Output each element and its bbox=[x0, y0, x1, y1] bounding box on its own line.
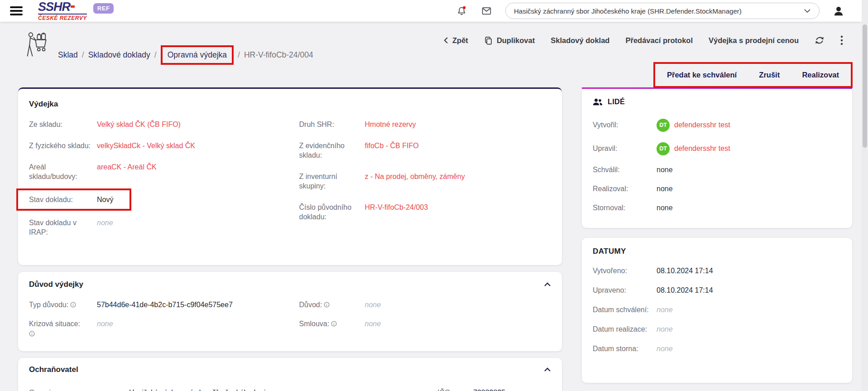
vydejka-fields-left: Ze skladu: Velký sklad ČK (ČB FIFO) Z fy… bbox=[29, 120, 281, 249]
realize-button[interactable]: Realizovat bbox=[802, 71, 839, 79]
duvod-card-title: Důvod výdejky bbox=[29, 280, 83, 289]
datumy-card: DATUMY Vytvořeno: 08.10.2024 17:14 Uprav… bbox=[582, 238, 852, 383]
field-krizova-situace: Krizová situace: none bbox=[29, 319, 281, 339]
breadcrumb-item-document-number: HR-V-fifoCb-24/004 bbox=[244, 50, 313, 60]
schvalil-value: none bbox=[657, 166, 673, 174]
lide-card-title: LIDÉ bbox=[608, 98, 625, 106]
info-icon[interactable] bbox=[331, 319, 337, 329]
field-druh-shr: Druh SHR: Hmotné rezervy bbox=[299, 120, 551, 129]
field-stav-dokladu: Stav dokladu: Nový bbox=[29, 193, 281, 206]
user-initials-avatar: DT bbox=[657, 142, 670, 155]
field-ze-skladu: Ze skladu: Velký sklad ČK (ČB FIFO) bbox=[29, 120, 281, 129]
ze-skladu-link[interactable]: Velký sklad ČK (ČB FIFO) bbox=[97, 120, 181, 129]
field-datum-storna: Datum storna: none bbox=[593, 344, 841, 353]
puvodni-doklad-link[interactable]: HR-V-fifoCb-24/003 bbox=[365, 203, 428, 222]
collapse-icon[interactable] bbox=[544, 367, 551, 372]
field-areal-skladu: Areál skladu/budovy: areaCK - Areál ČK bbox=[29, 162, 281, 181]
field-datum-realizace: Datum realizace: none bbox=[593, 324, 841, 334]
logo-red-dash bbox=[71, 5, 75, 8]
organizace-value: Hasičský záchranný sbor Jihočeského kraj… bbox=[129, 388, 437, 391]
datumy-card-title: DATUMY bbox=[593, 247, 841, 256]
organization-selector-value: Hasičský záchranný sbor Jihočeského kraj… bbox=[514, 7, 742, 15]
page: SSHR ČESKÉ REZERVY REF Hasičský záchrann… bbox=[0, 0, 868, 391]
handover-protocol-button[interactable]: Předávací protokol bbox=[625, 36, 693, 45]
vertical-scrollbar[interactable] bbox=[862, 0, 868, 391]
field-z-fyzickeho-skladu: Z fyzického skladu: velkySkladCk - Velký… bbox=[29, 141, 281, 150]
field-schvalil: Schválil: none bbox=[593, 163, 841, 177]
notification-dot bbox=[463, 6, 465, 9]
environment-badge: REF bbox=[93, 3, 114, 14]
duvod-value: none bbox=[365, 300, 381, 310]
collapse-icon[interactable] bbox=[544, 282, 551, 287]
user-initials-avatar: DT bbox=[657, 119, 670, 132]
datum-storna-value: none bbox=[657, 344, 673, 353]
field-vytvoreno: Vytvořeno: 08.10.2024 17:14 bbox=[593, 266, 841, 275]
field-typ-duvodu: Typ důvodu: 57b44d6e-41de-4b2c-b715-c9f0… bbox=[29, 300, 281, 310]
field-upravil: Upravil: DT defendersshr test bbox=[593, 140, 841, 158]
vytvoreno-value: 08.10.2024 17:14 bbox=[657, 266, 713, 275]
breadcrumb-separator: / bbox=[154, 50, 157, 60]
scrollbar-thumb[interactable] bbox=[863, 24, 867, 148]
cancel-document-button[interactable]: Zrušit bbox=[759, 71, 780, 79]
typ-duvodu-value: 57b44d6e-41de-4b2c-b715-c9f04e575ee7 bbox=[97, 300, 233, 310]
notifications-icon[interactable] bbox=[456, 5, 467, 17]
breadcrumb-item-skladove-doklady[interactable]: Skladové doklady bbox=[88, 50, 150, 60]
datum-schvaleni-value: none bbox=[657, 305, 673, 314]
stav-dokladu-value: Nový bbox=[97, 195, 113, 204]
field-duvod: Důvod: none bbox=[299, 300, 551, 310]
field-smlouva: Smlouva: none bbox=[299, 319, 551, 329]
vydejka-fields-right: Druh SHR: Hmotné rezervy Z evidenčního s… bbox=[299, 120, 551, 249]
user-avatar-icon[interactable] bbox=[833, 5, 844, 17]
breadcrumb-item-opravna-vydejka[interactable]: Opravná výdejka bbox=[168, 50, 227, 59]
logo-brand-text: SSHR bbox=[38, 1, 87, 14]
ochranovatel-card-title: Ochraňovatel bbox=[29, 365, 78, 374]
menu-icon[interactable] bbox=[10, 6, 23, 15]
side-column: LIDÉ Vytvořil: DT defendersshr test Upra… bbox=[582, 87, 852, 383]
datum-realizace-value: none bbox=[657, 324, 673, 334]
evidencni-sklad-link[interactable]: fifoCb - ČB FIFO bbox=[365, 141, 419, 160]
info-icon[interactable] bbox=[29, 329, 93, 339]
submit-for-approval-button[interactable]: Předat ke schválení bbox=[667, 71, 737, 79]
field-stav-dokladu-irap: Stav dokladu v IRAP: none bbox=[29, 218, 281, 237]
info-icon[interactable] bbox=[70, 300, 76, 310]
lide-card: LIDÉ Vytvořil: DT defendersshr test Upra… bbox=[582, 87, 852, 228]
document-toolbar: Zpět Duplikovat Skladový doklad Předávac… bbox=[443, 35, 843, 45]
organization-selector[interactable]: Hasičský záchranný sbor Jihočeského kraj… bbox=[505, 3, 820, 19]
realizoval-value: none bbox=[657, 185, 673, 193]
app-header: SSHR ČESKÉ REZERVY REF Hasičský záchrann… bbox=[0, 0, 862, 22]
vytvoril-user-link[interactable]: defendersshr test bbox=[674, 121, 730, 129]
more-options-icon[interactable] bbox=[840, 35, 843, 45]
back-button[interactable]: Zpět bbox=[443, 36, 468, 45]
stock-documents-icon bbox=[24, 31, 50, 62]
field-stornoval: Stornoval: none bbox=[593, 201, 841, 215]
sshr-logo[interactable]: SSHR ČESKÉ REZERVY bbox=[38, 1, 87, 21]
breadcrumb-separator: / bbox=[238, 50, 240, 60]
areal-link[interactable]: areaCK - Areál ČK bbox=[97, 162, 157, 181]
messages-icon[interactable] bbox=[480, 5, 492, 17]
issue-with-sale-price-button[interactable]: Výdejka s prodejní cenou bbox=[709, 36, 799, 45]
stornoval-value: none bbox=[657, 204, 673, 212]
duplicate-button[interactable]: Duplikovat bbox=[484, 36, 535, 45]
info-icon[interactable] bbox=[324, 300, 330, 310]
ochranovatel-card: Ochraňovatel Organizace: Hasičský záchra… bbox=[18, 358, 562, 391]
field-cislo-puvodniho-dokladu: Číslo původního dokladu: HR-V-fifoCb-24/… bbox=[299, 203, 551, 222]
druh-shr-link[interactable]: Hmotné rezervy bbox=[365, 120, 416, 129]
main-column: Výdejka Ze skladu: Velký sklad ČK (ČB FI… bbox=[18, 87, 562, 391]
people-icon bbox=[593, 98, 603, 106]
fyzicky-sklad-link[interactable]: velkySkladCk - Velký sklad ČK bbox=[97, 141, 195, 150]
field-organizace: Organizace: Hasičský záchranný sbor Jiho… bbox=[29, 388, 551, 391]
ico-value: 70882835 bbox=[473, 388, 505, 391]
stock-document-button[interactable]: Skladový doklad bbox=[551, 36, 609, 45]
breadcrumb: Sklad / Skladové doklady / Opravná výdej… bbox=[58, 45, 313, 65]
breadcrumb-separator: / bbox=[82, 50, 84, 60]
field-upraveno: Upraveno: 08.10.2024 17:14 bbox=[593, 285, 841, 295]
refresh-icon[interactable] bbox=[815, 35, 825, 45]
upravil-user-link[interactable]: defendersshr test bbox=[674, 145, 730, 153]
breadcrumb-item-sklad[interactable]: Sklad bbox=[58, 50, 78, 60]
chevron-down-icon bbox=[804, 9, 811, 13]
vydejka-card: Výdejka Ze skladu: Velký sklad ČK (ČB FI… bbox=[18, 87, 562, 265]
annotation-box-breadcrumb: Opravná výdejka bbox=[161, 45, 234, 65]
stav-irap-value: none bbox=[97, 218, 113, 237]
annotation-box-stav-dokladu: Stav dokladu: Nový bbox=[16, 188, 131, 211]
inventurni-skupina-link[interactable]: z - Na prodej, obměny, záměny bbox=[365, 172, 465, 191]
